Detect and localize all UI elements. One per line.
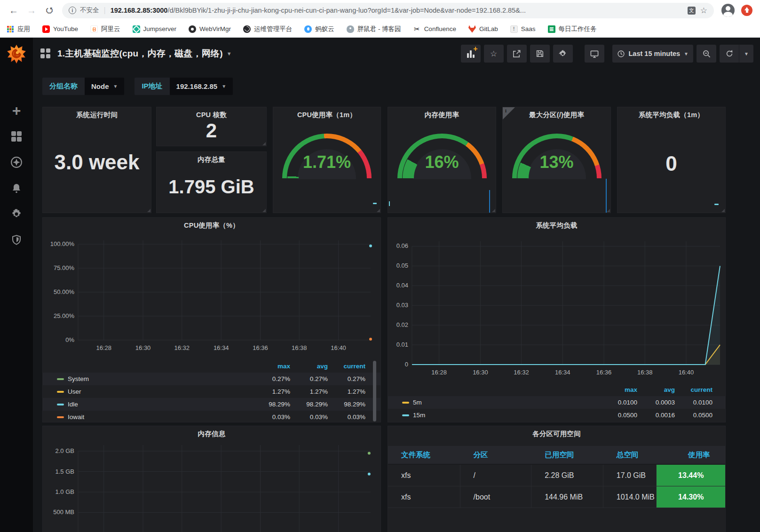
page-info-icon[interactable]: i — [69, 7, 76, 14]
alerting-bell-icon[interactable] — [10, 182, 23, 194]
legend-row[interactable]: Iowait0.03%0.03%0.03% — [43, 411, 380, 423]
bookmark-item[interactable]: 胖鼠君 - 博客园 — [347, 25, 401, 33]
configuration-gear-icon[interactable] — [10, 208, 23, 220]
reload-icon[interactable]: ⭯ — [42, 3, 56, 17]
refresh-button[interactable] — [720, 45, 739, 63]
panel-title[interactable]: 各分区可用空间 — [388, 429, 725, 438]
tv-mode-button[interactable] — [585, 45, 604, 63]
bookmark-item[interactable]: 每日工作任务 — [548, 25, 597, 33]
variable-job-select[interactable]: Node ▼ — [85, 78, 124, 95]
bookmark-label: YouTube — [53, 25, 78, 32]
panel-cpu-gauge[interactable]: CPU使用率（1m） 1.71% — [273, 107, 381, 213]
legend-row[interactable]: Idle98.29%98.29%98.29% — [43, 398, 380, 411]
series-color-swatch — [57, 404, 64, 405]
graph-plot[interactable] — [78, 240, 371, 340]
forward-icon[interactable]: → — [24, 3, 39, 17]
graph-plot[interactable] — [78, 445, 371, 532]
bookmark-item[interactable]: Confluence — [413, 25, 456, 33]
panel-title[interactable]: 系统运行时间 — [43, 111, 151, 119]
graph-plot[interactable] — [412, 241, 720, 365]
panel-resize-handle[interactable] — [147, 209, 150, 212]
panel-cpu-usage-graph[interactable]: CPU使用率（%） 100.00%75.00%50.00%25.00%0%16:… — [42, 217, 381, 422]
bookmark-item[interactable]: 阿里云 — [90, 25, 120, 33]
saas-icon — [510, 25, 518, 33]
panel-resize-handle[interactable] — [262, 142, 266, 145]
table-column-header[interactable]: 总空间 — [603, 450, 657, 460]
bookmark-item[interactable]: Saas — [510, 25, 536, 33]
refresh-interval-button[interactable]: ▼ — [739, 45, 753, 63]
panel-resize-handle[interactable] — [492, 209, 495, 212]
security-label: 不安全 — [80, 6, 99, 15]
panel-title[interactable]: 内存信息 — [43, 429, 380, 438]
panel-title[interactable]: 系统平均负载（1m） — [618, 111, 725, 119]
time-picker-button[interactable]: Last 15 minutes ▼ — [612, 45, 694, 63]
profile-avatar[interactable] — [721, 4, 735, 17]
x-axis-tick: 16:36 — [253, 344, 268, 351]
table-column-header[interactable]: 已用空间 — [531, 450, 603, 460]
x-axis-tick: 16:34 — [555, 369, 570, 376]
share-dashboard-button[interactable] — [507, 45, 527, 63]
panel-partition-gauge[interactable]: i 最大分区(/)使用率 13% — [502, 107, 611, 213]
dashboards-icon[interactable] — [10, 130, 23, 143]
y-axis-tick: 0.02 — [377, 321, 408, 328]
grafana-logo-icon[interactable] — [7, 44, 26, 64]
zoom-out-button[interactable] — [697, 45, 716, 63]
panel-title[interactable]: 内存使用率 — [388, 111, 496, 119]
back-icon[interactable]: ← — [7, 3, 21, 17]
bookmark-star-icon[interactable]: ☆ — [700, 6, 707, 16]
share-icon — [512, 49, 521, 58]
panel-title[interactable]: CPU使用率（1m） — [273, 111, 380, 119]
panel-partition-table[interactable]: 各分区可用空间 文件系统分区已用空间总空间使用率xfs/2.28 GiB17.0… — [388, 426, 726, 532]
panel-mem-total[interactable]: 内存总量 1.795 GiB — [156, 151, 267, 213]
panel-uptime[interactable]: 系统运行时间 3.0 week — [42, 107, 151, 213]
bookmark-item[interactable]: 运维管理平台 — [243, 25, 292, 33]
bookmark-item[interactable]: 应用 — [7, 25, 30, 33]
legend-scrollbar[interactable] — [373, 361, 376, 421]
x-axis-tick: 16:32 — [174, 344, 190, 351]
panel-resize-handle[interactable] — [607, 209, 610, 212]
table-column-header[interactable]: 文件系统 — [388, 450, 460, 460]
dashboard-title-caret-icon[interactable]: ▼ — [227, 51, 232, 56]
add-panel-button[interactable]: + — [461, 45, 481, 63]
bookmark-label: Saas — [521, 25, 536, 32]
panel-memory-graph[interactable]: 内存信息 2.0 GB1.5 GB1.0 GB500 MB — [42, 426, 381, 532]
panel-title[interactable]: 最大分区(/)使用率 — [503, 111, 610, 119]
variable-node-select[interactable]: 192.168.2.85 ▼ — [170, 78, 233, 95]
apps-icon — [7, 25, 14, 33]
bookmark-item[interactable]: YouTube — [42, 25, 78, 33]
legend-row[interactable]: 15m0.05000.00160.0500 — [388, 409, 725, 421]
sheets-icon — [548, 25, 555, 33]
dashboard-title[interactable]: 1.主机基础监控(cpu，内存，磁盘，网络) — [57, 48, 223, 60]
url-bar[interactable]: i 不安全 | 192.168.2.85:3000/d/Bkl9bBYik/1-… — [62, 3, 714, 18]
table-column-header[interactable]: 使用率 — [657, 450, 725, 460]
bookmark-item[interactable]: GitLab — [468, 25, 498, 33]
bookmark-item[interactable]: WebVirMgr — [189, 25, 231, 33]
legend-row[interactable]: User1.27%1.27%1.27% — [43, 385, 380, 398]
panel-title[interactable]: CPU使用率（%） — [43, 221, 380, 230]
extension-icon[interactable] — [741, 5, 752, 16]
panel-title[interactable]: 系统平均负载 — [388, 221, 725, 230]
server-admin-shield-icon[interactable] — [10, 234, 23, 246]
panel-resize-handle[interactable] — [377, 209, 380, 212]
save-dashboard-button[interactable] — [530, 45, 550, 63]
explore-compass-icon[interactable] — [10, 156, 23, 168]
create-plus-icon[interactable]: + — [10, 104, 23, 117]
bookmark-label: WebVirMgr — [199, 25, 231, 32]
panel-resize-handle[interactable] — [262, 209, 266, 212]
panel-title[interactable]: CPU 核数 — [157, 111, 266, 119]
grafana-sidebar: + — [0, 38, 33, 532]
star-dashboard-button[interactable]: ☆ — [484, 45, 504, 63]
panel-cpu-cores[interactable]: CPU 核数 2 — [156, 107, 267, 146]
translate-icon[interactable]: 文 — [688, 7, 696, 15]
panel-resize-handle[interactable] — [721, 209, 725, 212]
panel-mem-gauge[interactable]: 内存使用率 16% — [388, 107, 496, 213]
panel-title[interactable]: 内存总量 — [157, 155, 266, 164]
panel-load-graph[interactable]: 系统平均负载 0.060.050.040.030.020.01016:2816:… — [388, 217, 726, 422]
bookmark-item[interactable]: 蚂蚁云 — [304, 25, 334, 33]
dashboard-settings-button[interactable] — [553, 45, 573, 63]
panel-load1m-stat[interactable]: 系统平均负载（1m） 0 — [617, 107, 726, 213]
table-column-header[interactable]: 分区 — [460, 450, 532, 460]
legend-row[interactable]: 5m0.01000.00030.0100 — [388, 396, 725, 409]
bookmark-item[interactable]: Jumpserver — [133, 25, 177, 33]
legend-row[interactable]: System0.27%0.27%0.27% — [43, 373, 380, 385]
